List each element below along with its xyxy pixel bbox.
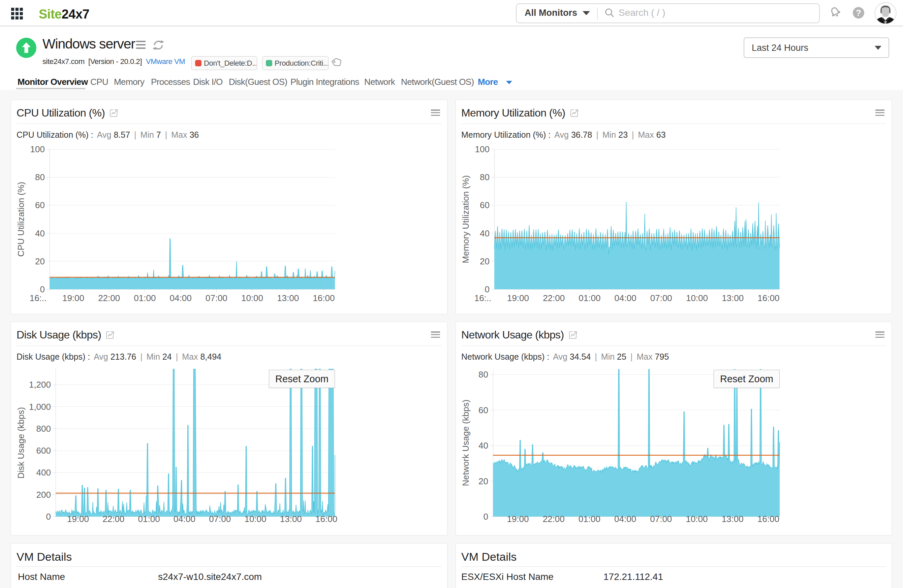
- svg-text:19:00: 19:00: [67, 514, 89, 524]
- svg-text:0: 0: [483, 511, 488, 522]
- svg-text:13:00: 13:00: [280, 514, 302, 524]
- svg-text:01:00: 01:00: [579, 514, 601, 524]
- svg-text:16:00: 16:00: [757, 514, 779, 524]
- svg-text:CPU Utilization (%): CPU Utilization (%): [16, 182, 26, 257]
- svg-text:07:00: 07:00: [206, 293, 227, 303]
- svg-text:100: 100: [475, 144, 489, 154]
- svg-text:20: 20: [478, 476, 488, 486]
- svg-text:1,000: 1,000: [29, 402, 51, 412]
- svg-text:80: 80: [35, 172, 45, 182]
- svg-text:20: 20: [35, 256, 45, 267]
- svg-text:60: 60: [480, 200, 489, 210]
- svg-text:16:00: 16:00: [313, 293, 335, 303]
- svg-text:20: 20: [480, 256, 489, 267]
- svg-text:600: 600: [36, 445, 51, 456]
- svg-text:07:00: 07:00: [650, 293, 672, 303]
- svg-text:16:00: 16:00: [757, 293, 779, 303]
- svg-text:01:00: 01:00: [138, 514, 160, 524]
- svg-text:10:00: 10:00: [686, 514, 708, 524]
- svg-text:13:00: 13:00: [722, 293, 744, 303]
- svg-text:10:00: 10:00: [241, 293, 263, 303]
- svg-text:1,200: 1,200: [29, 379, 51, 390]
- svg-text:13:00: 13:00: [277, 293, 299, 303]
- svg-text:19:00: 19:00: [62, 293, 84, 303]
- svg-text:04:00: 04:00: [170, 293, 192, 303]
- svg-text:0: 0: [46, 511, 51, 522]
- svg-text:07:00: 07:00: [209, 514, 231, 524]
- svg-text:19:00: 19:00: [507, 293, 529, 303]
- svg-text:Memory Utilization (%): Memory Utilization (%): [461, 175, 471, 263]
- svg-text:01:00: 01:00: [579, 293, 601, 303]
- svg-text:10:00: 10:00: [244, 514, 266, 524]
- svg-text:Network Usage (kbps): Network Usage (kbps): [461, 400, 471, 486]
- svg-text:22:00: 22:00: [98, 293, 120, 303]
- svg-text:40: 40: [478, 441, 488, 451]
- svg-text:?: ?: [856, 8, 861, 18]
- svg-text:60: 60: [35, 200, 45, 210]
- svg-text:04:00: 04:00: [614, 514, 636, 524]
- svg-text:10:00: 10:00: [686, 293, 708, 303]
- svg-text:22:00: 22:00: [543, 293, 565, 303]
- svg-text:80: 80: [480, 172, 489, 182]
- svg-text:100: 100: [30, 144, 45, 154]
- svg-text:04:00: 04:00: [615, 293, 637, 303]
- svg-text:40: 40: [35, 228, 45, 238]
- svg-text:800: 800: [36, 424, 51, 434]
- svg-text:19:00: 19:00: [507, 514, 529, 524]
- svg-text:200: 200: [36, 490, 51, 500]
- svg-text:16:..: 16:..: [30, 293, 47, 303]
- svg-text:22:00: 22:00: [102, 514, 124, 524]
- svg-text:01:00: 01:00: [134, 293, 156, 303]
- svg-text:13:00: 13:00: [722, 514, 744, 524]
- svg-text:Disk Usage (kbps): Disk Usage (kbps): [16, 407, 26, 478]
- svg-text:04:00: 04:00: [173, 514, 195, 524]
- svg-text:40: 40: [480, 228, 489, 238]
- svg-text:400: 400: [36, 467, 51, 478]
- svg-text:16:..: 16:..: [474, 293, 492, 303]
- svg-text:16:00: 16:00: [315, 514, 337, 524]
- svg-text:60: 60: [478, 405, 488, 415]
- svg-text:22:00: 22:00: [543, 514, 565, 524]
- svg-text:80: 80: [478, 369, 488, 379]
- svg-text:07:00: 07:00: [650, 514, 672, 524]
